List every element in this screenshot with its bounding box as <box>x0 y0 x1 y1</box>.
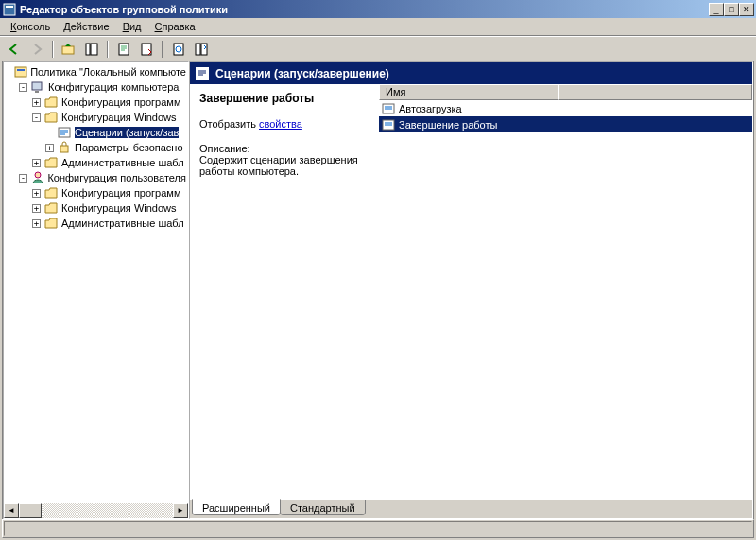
menu-view[interactable]: Вид <box>116 19 148 34</box>
svg-rect-0 <box>4 4 15 15</box>
maximize-button[interactable]: □ <box>724 3 739 16</box>
pane-title: Сценарии (запуск/завершение) <box>215 67 389 80</box>
close-button[interactable]: ✕ <box>739 3 754 16</box>
svg-rect-2 <box>62 46 74 54</box>
tree-user-admin-templates[interactable]: + Административные шабл <box>6 216 186 231</box>
svg-rect-3 <box>86 44 90 55</box>
tree-scripts[interactable]: Сценарии (запуск/зав <box>6 125 186 140</box>
expander-icon[interactable]: - <box>32 113 41 122</box>
script-item-icon <box>381 101 396 116</box>
export-button[interactable] <box>136 39 157 60</box>
col-spacer[interactable] <box>558 84 752 100</box>
titlebar: Редактор объектов групповой политики _ □… <box>0 0 756 18</box>
folder-icon <box>43 185 59 200</box>
expander-icon[interactable]: + <box>32 204 41 213</box>
help-button[interactable] <box>191 39 212 60</box>
svg-rect-4 <box>91 44 97 55</box>
toolbar <box>0 36 756 61</box>
svg-rect-1 <box>6 6 13 8</box>
expander-icon[interactable]: + <box>32 98 41 107</box>
tab-standard[interactable]: Стандартный <box>280 500 366 515</box>
tree-computer-config[interactable]: - Конфигурация компьютера <box>6 79 186 95</box>
up-button[interactable] <box>59 39 79 60</box>
refresh-button[interactable] <box>168 39 189 60</box>
pane-header: Сценарии (запуск/завершение) <box>190 62 752 84</box>
svg-rect-14 <box>35 91 39 93</box>
tree-software-settings[interactable]: + Конфигурация программ <box>6 95 186 110</box>
tree-root[interactable]: Политика "Локальный компьюте <box>6 64 186 79</box>
description-text: Содержит сценарии завершения работы комп… <box>199 154 358 177</box>
expander-icon[interactable]: + <box>45 144 54 152</box>
tree-hscrollbar[interactable]: ◄ ► <box>4 503 188 518</box>
expander-icon[interactable]: - <box>19 83 27 92</box>
tree-user-software[interactable]: + Конфигурация программ <box>6 185 186 200</box>
tree-security[interactable]: + Параметры безопасно <box>6 140 186 155</box>
security-icon <box>57 140 72 155</box>
list-header: Имя <box>379 84 752 100</box>
folder-icon <box>43 216 59 231</box>
scroll-left-button[interactable]: ◄ <box>4 503 19 518</box>
tree-user-config[interactable]: - Конфигурация пользователя <box>6 170 186 185</box>
back-button[interactable] <box>4 39 25 60</box>
tree-user-windows[interactable]: + Конфигурация Windows <box>6 200 186 216</box>
scroll-thumb[interactable] <box>19 503 42 518</box>
window-title: Редактор объектов групповой политики <box>20 4 709 15</box>
computer-icon <box>30 79 45 95</box>
forward-button <box>26 39 47 60</box>
main-area: Политика "Локальный компьюте - Конфигура… <box>2 61 754 519</box>
properties-link[interactable]: свойства <box>259 118 302 130</box>
svg-point-17 <box>35 172 41 178</box>
svg-rect-13 <box>32 82 42 90</box>
description-label: Описание: <box>199 143 250 154</box>
list-item-startup[interactable]: Автозагрузка <box>379 100 752 116</box>
selected-item-title: Завершение работы <box>199 92 369 105</box>
menu-action[interactable]: Действие <box>57 19 115 34</box>
scripts-header-icon <box>195 66 210 81</box>
show-properties-row: Отобразить свойства <box>199 118 369 130</box>
menu-console[interactable]: Консоль <box>4 19 57 34</box>
script-item-icon <box>381 117 396 132</box>
properties-button[interactable] <box>113 39 134 60</box>
folder-open-icon <box>43 110 59 125</box>
list-item-label: Автозагрузка <box>399 103 462 114</box>
expander-icon[interactable]: - <box>19 174 27 183</box>
scroll-right-button[interactable]: ► <box>173 503 188 518</box>
show-hide-tree-button[interactable] <box>81 39 102 60</box>
scripts-icon <box>57 125 72 140</box>
expander-icon[interactable]: + <box>32 189 41 198</box>
policy-icon <box>14 64 27 79</box>
svg-rect-16 <box>60 146 68 152</box>
status-cell <box>4 521 752 536</box>
user-icon <box>30 170 45 185</box>
tree-admin-templates[interactable]: + Административные шабл <box>6 155 186 170</box>
menubar: Консоль Действие Вид Справка <box>0 18 756 36</box>
statusbar <box>2 519 754 538</box>
tree-windows-settings[interactable]: - Конфигурация Windows <box>6 110 186 125</box>
svg-rect-11 <box>15 67 26 77</box>
expander-icon[interactable]: + <box>32 159 41 167</box>
folder-icon <box>43 155 59 170</box>
menu-help[interactable]: Справка <box>148 19 202 34</box>
svg-rect-9 <box>196 44 200 55</box>
view-tabs: Расширенный Стандартный <box>190 499 752 518</box>
tab-extended[interactable]: Расширенный <box>192 499 281 515</box>
expander-icon[interactable]: + <box>32 219 41 228</box>
list-column: Имя Автозагрузка Завершение работы <box>379 84 752 499</box>
svg-rect-5 <box>119 44 129 55</box>
details-column: Завершение работы Отобразить свойства Оп… <box>190 84 379 499</box>
list-item-label: Завершение работы <box>399 119 497 131</box>
svg-rect-12 <box>17 69 25 71</box>
details-pane: Сценарии (запуск/завершение) Завершение … <box>189 61 753 519</box>
folder-icon <box>43 200 59 216</box>
tree-pane: Политика "Локальный компьюте - Конфигура… <box>3 61 189 519</box>
minimize-button[interactable]: _ <box>709 3 724 16</box>
list-item-shutdown[interactable]: Завершение работы <box>379 116 752 132</box>
col-name[interactable]: Имя <box>379 84 558 100</box>
app-icon <box>2 2 17 17</box>
svg-rect-18 <box>197 68 208 79</box>
folder-icon <box>43 95 59 110</box>
